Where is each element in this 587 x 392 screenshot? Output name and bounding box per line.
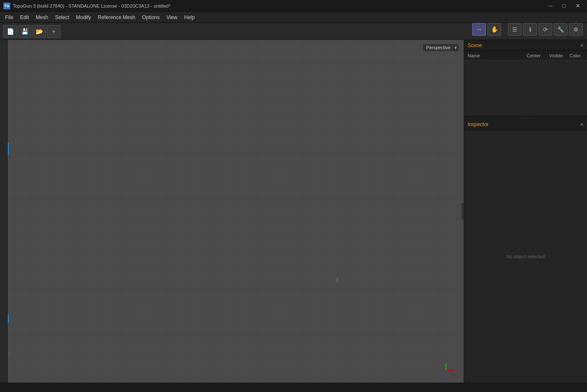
scene-col-color: Color [567, 53, 584, 58]
left-marker-5: 5 [9, 352, 11, 356]
title-text: TopoGun 3 (build 27840) - STANDALONE Lic… [13, 3, 170, 8]
left-indicator [8, 143, 9, 155]
menu-item-reference-mesh[interactable]: Reference Mesh [94, 13, 139, 22]
toolbar-btn-add[interactable]: + [47, 25, 60, 38]
scene-panel: Scene × Name Center Visible Color [464, 40, 587, 116]
inspector-panel-close[interactable]: × [580, 121, 584, 127]
menu-item-file[interactable]: File [2, 13, 17, 22]
menu-item-edit[interactable]: Edit [17, 13, 32, 22]
panel-resize-handle[interactable] [461, 203, 464, 220]
app-icon: TG [3, 3, 10, 9]
title-bar-controls: ─ □ ✕ [544, 2, 584, 10]
menu-bar: FileEditMeshSelectModifyReference MeshOp… [0, 12, 587, 23]
menu-item-view[interactable]: View [163, 13, 181, 22]
right-panel: Scene × Name Center Visible Color Inspec… [464, 40, 587, 383]
inspector-panel-title: Inspector [468, 121, 488, 127]
svg-marker-3 [452, 370, 454, 372]
left-tools: · · [0, 40, 8, 383]
perspective-dropdown[interactable]: Perspective [423, 43, 459, 52]
toolbar-btn-open[interactable]: 📂 [32, 25, 46, 38]
viewport[interactable]: 5 3 Perspective [8, 40, 464, 383]
menu-item-mesh[interactable]: Mesh [32, 13, 51, 22]
svg-marker-1 [445, 363, 447, 365]
inspector-panel: Inspector × No object selected [464, 119, 587, 383]
right-toolbar-btn-info[interactable]: ℹ [523, 23, 537, 36]
title-bar-left: TG TopoGun 3 (build 27840) - STANDALONE … [3, 3, 170, 9]
toolbar-btn-new[interactable]: 📄 [3, 25, 17, 38]
no-object-text: No object selected [506, 254, 545, 259]
left-tool-2[interactable]: · [1, 48, 7, 54]
scene-panel-title: Scene [468, 42, 482, 48]
scene-col-name: Name [468, 53, 522, 58]
scene-panel-header: Scene × [464, 40, 587, 51]
right-toolbar-btn-settings3[interactable]: ⚙ [569, 23, 583, 36]
minimize-button[interactable]: ─ [544, 2, 556, 10]
scene-col-center: Center [522, 53, 545, 58]
close-button[interactable]: ✕ [572, 2, 584, 10]
menu-item-help[interactable]: Help [181, 13, 198, 22]
right-toolbar-btn-list[interactable]: ☰ [508, 23, 522, 36]
toolbar-btn-save[interactable]: 💾 [18, 25, 31, 38]
scene-content [464, 60, 587, 116]
inspector-content: No object selected [464, 130, 587, 383]
right-toolbar-btn-transform[interactable]: ⟳ [539, 23, 552, 36]
maximize-button[interactable]: □ [558, 2, 570, 10]
axis-indicator [442, 361, 455, 374]
main-layout: · · 5 3 Perspective [0, 40, 587, 383]
inspector-panel-header: Inspector × [464, 119, 587, 130]
right-toolbar-btn-navigate[interactable]: ✋ [488, 23, 501, 36]
scene-col-visible: Visible [545, 53, 567, 58]
right-toolbar-btn-move[interactable]: ↔ [472, 23, 486, 36]
menu-item-modify[interactable]: Modify [73, 13, 94, 22]
right-toolbar-btn-settings2[interactable]: 🔧 [554, 23, 567, 36]
viewport-background [8, 40, 464, 383]
left-indicator2 [8, 314, 9, 323]
scene-panel-close[interactable]: × [580, 42, 584, 48]
svg-line-4 [443, 371, 446, 373]
left-tool-1[interactable]: · [1, 42, 7, 48]
scene-columns: Name Center Visible Color [464, 51, 587, 60]
title-bar: TG TopoGun 3 (build 27840) - STANDALONE … [0, 0, 587, 12]
right-toolbar: ↔✋☰ℹ⟳🔧⚙ [472, 23, 583, 36]
perspective-label: Perspective [426, 45, 451, 50]
menu-item-options[interactable]: Options [139, 13, 163, 22]
status-bar [0, 383, 587, 392]
right-marker-3: 3 [336, 278, 338, 282]
menu-item-select[interactable]: Select [51, 13, 72, 22]
